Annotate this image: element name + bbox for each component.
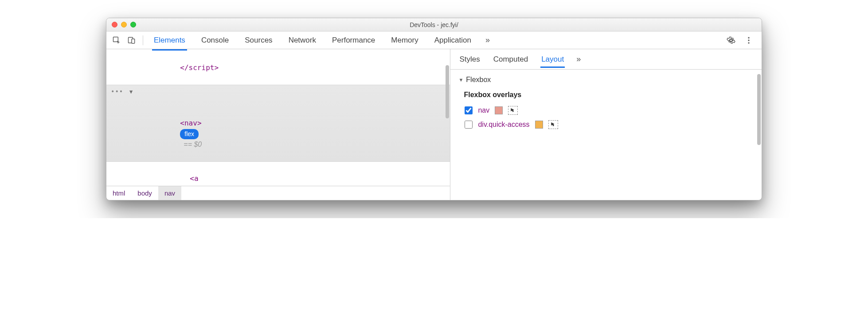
crumb-html[interactable]: html	[106, 186, 131, 200]
overlay-row-quick-access: div.quick-access	[458, 118, 754, 132]
flexbox-section: ▼ Flexbox Flexbox overlays nav	[450, 70, 762, 136]
flexbox-section-header[interactable]: ▼ Flexbox	[458, 74, 754, 88]
window-title: DevTools - jec.fyi/	[106, 21, 762, 28]
elements-scrollbar[interactable]	[445, 65, 449, 149]
console-reference: == $0	[184, 141, 202, 148]
main-toolbar: Elements Console Sources Network Perform…	[106, 31, 762, 49]
expand-caret-icon[interactable]: ▼	[129, 88, 133, 96]
overlay-row-nav: nav	[458, 103, 754, 118]
overlay-checkbox-quick-access[interactable]	[465, 121, 473, 129]
overlay-picker-icon[interactable]	[548, 120, 558, 129]
tab-sources[interactable]: Sources	[243, 33, 274, 47]
scrollbar-thumb[interactable]	[446, 65, 449, 118]
tab-console[interactable]: Console	[199, 33, 231, 47]
tab-application[interactable]: Application	[433, 33, 473, 47]
overlay-element-name[interactable]: nav	[478, 106, 489, 114]
toolbar-right	[724, 34, 758, 47]
overlay-element-name[interactable]: div.quick-access	[478, 121, 529, 129]
dom-node-nav-selected[interactable]: ••• ▼ <nav> flex == $0	[106, 85, 450, 162]
disclosure-triangle-icon[interactable]: ▼	[458, 77, 463, 82]
overlay-color-swatch[interactable]	[535, 121, 543, 129]
dom-text: </script​>	[180, 63, 219, 72]
device-toolbar-icon[interactable]	[125, 34, 138, 47]
svg-point-6	[748, 42, 749, 43]
side-panel-tabs: Styles Computed Layout »	[450, 49, 762, 70]
svg-point-4	[748, 37, 749, 38]
gutter-more-icon[interactable]: •••	[111, 87, 123, 96]
flex-badge[interactable]: flex	[180, 129, 199, 139]
devtools-window: DevTools - jec.fyi/ Elements Console Sou…	[106, 18, 762, 200]
more-side-tabs-icon[interactable]: »	[576, 55, 581, 64]
overlay-picker-icon[interactable]	[508, 106, 518, 115]
side-tab-layout[interactable]: Layout	[540, 51, 565, 67]
scrollbar-thumb[interactable]	[757, 74, 761, 145]
settings-gear-icon[interactable]	[724, 34, 738, 47]
kebab-menu-icon[interactable]	[742, 34, 755, 47]
tab-elements[interactable]: Elements	[152, 33, 187, 47]
flexbox-overlays-title: Flexbox overlays	[458, 88, 754, 103]
dom-tree[interactable]: </script​> ••• ▼ <nav> flex == $0 <a id=…	[106, 49, 450, 186]
toolbar-separator	[143, 35, 143, 45]
crumb-nav[interactable]: nav	[158, 186, 181, 200]
inspect-element-icon[interactable]	[110, 34, 123, 47]
elements-panel: </script​> ••• ▼ <nav> flex == $0 <a id=…	[106, 49, 450, 200]
tab-performance[interactable]: Performance	[330, 33, 377, 47]
overlay-color-swatch[interactable]	[495, 106, 503, 114]
tab-network[interactable]: Network	[287, 33, 318, 47]
overlay-checkbox-nav[interactable]	[465, 106, 473, 114]
side-tab-styles[interactable]: Styles	[458, 51, 481, 67]
dom-node-anchor[interactable]: <a id="logo" href="/">Page title</a>	[106, 162, 450, 186]
elements-breadcrumb: html body nav	[106, 186, 450, 200]
side-scrollbar[interactable]	[756, 74, 761, 189]
window-titlebar: DevTools - jec.fyi/	[106, 18, 762, 31]
tab-memory[interactable]: Memory	[389, 33, 420, 47]
content-area: </script​> ••• ▼ <nav> flex == $0 <a id=…	[106, 49, 762, 200]
main-panel-tabs: Elements Console Sources Network Perform…	[148, 33, 723, 47]
svg-rect-2	[132, 39, 135, 43]
styles-side-panel: Styles Computed Layout » ▼ Flexbox Flexb…	[450, 49, 762, 200]
dom-node-script-close[interactable]: </script​>	[106, 51, 450, 85]
section-title: Flexbox	[466, 76, 491, 84]
svg-point-3	[730, 39, 732, 41]
crumb-body[interactable]: body	[131, 186, 158, 200]
svg-point-5	[748, 39, 749, 41]
side-tab-computed[interactable]: Computed	[493, 51, 529, 67]
more-tabs-icon[interactable]: »	[485, 35, 490, 45]
